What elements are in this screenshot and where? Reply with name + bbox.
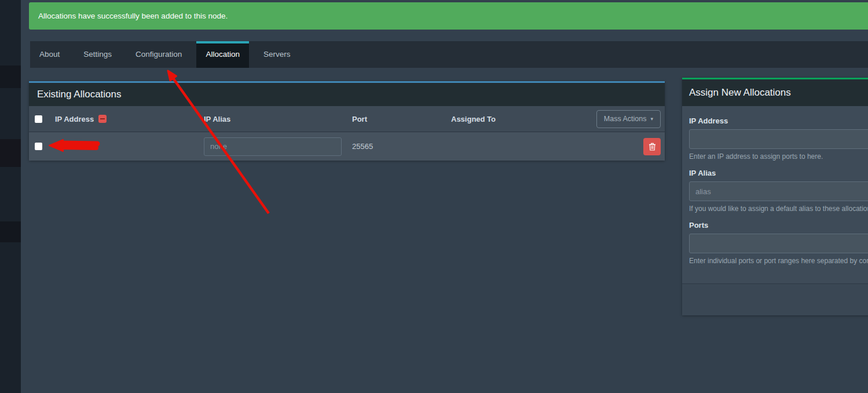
caret-down-icon: ▾ <box>650 117 653 122</box>
ip-address-label: IP Address <box>689 117 868 125</box>
sidebar-item[interactable] <box>0 139 21 167</box>
ip-alias-help: If you would like to assign a default al… <box>689 205 868 213</box>
select-all-checkbox[interactable] <box>35 115 42 123</box>
assign-form: IP Address Enter an IP address to assign… <box>682 106 868 283</box>
ip-alias-label: IP Alias <box>689 169 868 177</box>
ip-alias-field[interactable] <box>689 181 868 201</box>
tab-bar: About Settings Configuration Allocation … <box>30 41 868 68</box>
tab-allocation[interactable]: Allocation <box>196 41 249 68</box>
page: Allocations have successfully been added… <box>0 0 868 393</box>
panel-title: Assign New Allocations <box>682 79 868 106</box>
column-header-ip-alias: IP Alias <box>204 115 352 123</box>
ip-address-field[interactable] <box>689 129 868 149</box>
ports-field[interactable] <box>689 234 868 253</box>
collapsed-sidebar <box>0 0 21 393</box>
delete-allocation-button[interactable] <box>643 138 661 155</box>
sidebar-item[interactable] <box>0 66 21 88</box>
minus-square-icon[interactable] <box>98 115 107 123</box>
ip-address-help: Enter an IP address to assign ports to h… <box>689 152 868 161</box>
success-alert-message: Allocations have successfully been added… <box>38 12 228 20</box>
existing-allocations-panel: Existing Allocations IP Address IP Alias… <box>29 81 665 161</box>
table-row: 25565 <box>29 132 665 161</box>
panel-footer <box>682 283 868 315</box>
sidebar-item[interactable] <box>0 221 21 242</box>
row-port: 25565 <box>352 142 451 151</box>
mass-actions-button[interactable]: Mass Actions ▾ <box>596 110 661 128</box>
column-header-assigned-to: Assigned To <box>451 115 594 123</box>
mass-actions-label: Mass Actions <box>604 115 647 123</box>
tab-configuration[interactable]: Configuration <box>126 41 191 68</box>
column-header-ip-address: IP Address <box>55 115 94 123</box>
row-checkbox[interactable] <box>35 143 42 150</box>
ports-help: Enter individual ports or port ranges he… <box>689 257 868 265</box>
table-header-row: IP Address IP Alias Port Assigned To Mas… <box>29 106 665 132</box>
success-alert: Allocations have successfully been added… <box>29 2 868 30</box>
panel-title: Existing Allocations <box>29 83 665 106</box>
ip-alias-input[interactable] <box>204 137 342 156</box>
column-header-port: Port <box>352 115 451 123</box>
assign-new-allocations-panel: Assign New Allocations IP Address Enter … <box>682 78 868 315</box>
trash-icon <box>649 143 656 151</box>
tab-servers[interactable]: Servers <box>254 41 300 68</box>
tab-settings[interactable]: Settings <box>74 41 121 68</box>
tab-about[interactable]: About <box>30 41 69 68</box>
ports-label: Ports <box>689 221 868 230</box>
